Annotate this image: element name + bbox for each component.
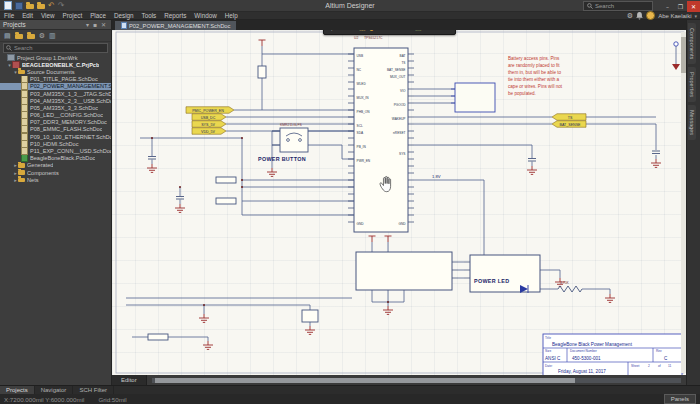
regulator-ic[interactable] [356, 252, 458, 290]
user-avatar[interactable] [646, 11, 655, 20]
menu-file[interactable]: File [0, 12, 18, 19]
notifications-bell-icon[interactable] [636, 12, 643, 20]
panels-button[interactable]: Panels [664, 394, 696, 404]
resistor-symbol[interactable] [216, 198, 236, 204]
panel-view-icon[interactable]: ▥ [49, 31, 56, 41]
panel-dropdown-icon[interactable]: ▾ [84, 21, 91, 28]
status-bar: X:7200.000mil Y:6000.000mil Grid:50mil P… [0, 394, 700, 404]
menu-edit[interactable]: Edit [18, 12, 37, 19]
save-icon[interactable] [15, 2, 23, 10]
port-bat-sense[interactable]: BAT_SENSE [552, 121, 586, 128]
open-icon[interactable] [26, 4, 34, 9]
tree-item-project[interactable]: ▾ BEAGLEBONEBLK_C.PrjPcb [0, 61, 111, 68]
power-port-icon[interactable]: ⊥ [395, 30, 401, 33]
tree-item-project-group[interactable]: Project Group 1.DsnWrk [0, 54, 111, 61]
svg-text:Size: Size [545, 349, 551, 353]
menu-place[interactable]: Place [86, 12, 110, 19]
tree-item-schdoc[interactable]: P01_TITLE_PAGE.SchDoc [0, 76, 111, 83]
horizontal-scrollbar[interactable] [152, 378, 681, 383]
tree-item-schdoc[interactable]: P04_AM335X_2_3__USB.SchDoc [0, 97, 111, 104]
arc-icon[interactable]: ◠ [444, 30, 450, 33]
tab-components[interactable]: Components [688, 23, 696, 64]
tree-item-schdoc[interactable]: P05_AM335X_3_3.SchDoc [0, 104, 111, 111]
tree-item-components[interactable]: ▸ Components [0, 169, 111, 176]
menu-window[interactable]: Window [190, 12, 220, 19]
close-button[interactable]: ✕ [687, 1, 700, 12]
text-string-icon[interactable]: A [435, 30, 440, 33]
resistor-symbol [558, 286, 582, 292]
menu-help[interactable]: Help [221, 12, 242, 19]
tree-item-generated[interactable]: ▸ Generated [0, 162, 111, 169]
pin-label: USB [357, 54, 364, 58]
no-erc-icon[interactable]: ⊗ [426, 30, 432, 33]
component-icon[interactable]: ◫ [359, 30, 366, 33]
port-vdd-5v[interactable]: VDD_5V [192, 128, 226, 135]
user-name[interactable]: Abe Kaelaiki [658, 13, 691, 19]
tree-item-schdoc[interactable]: P03_AM335X_1_3__JTAG.SchDoc [0, 90, 111, 97]
tree-item-schdoc-selected[interactable]: P02_POWER_MANAGEMENT.SchDoc [0, 83, 111, 90]
menu-view[interactable]: View [37, 12, 59, 19]
compile-icon[interactable]: ▤ [4, 31, 11, 41]
pin-label: PHB_ON [357, 110, 371, 114]
tree-item-source-documents[interactable]: ▾ Source Documents [0, 68, 111, 75]
power-button-switch[interactable]: KMR211GLFS [272, 123, 308, 152]
cursor-coordinates: X:7200.000mil Y:6000.000mil [4, 396, 84, 403]
user-menu-caret-icon[interactable]: ▾ [694, 13, 697, 19]
pmic-ic[interactable]: U2 TPS65217C USB NC WLED MUX_IN PHB_ON S… [348, 36, 414, 232]
global-search-input[interactable]: Search [583, 1, 653, 11]
tree-item-schdoc[interactable]: P08_EMMC_FLASH.SchDoc [0, 126, 111, 133]
tree-item-schdoc[interactable]: P11_EXP_CONN__USD.SchDoc [0, 147, 111, 154]
tree-item-nets[interactable]: ▸ Nets [0, 176, 111, 183]
menu-project[interactable]: Project [59, 12, 87, 19]
sheet-symbol-icon[interactable]: ▤ [415, 30, 422, 33]
document-tab[interactable]: P02_POWER_MANAGEMENT.SchDoc [115, 21, 236, 30]
polygon-icon[interactable]: ▱ [406, 30, 411, 33]
port-sys-5v[interactable]: SYS_5V [192, 121, 226, 128]
component-symbol[interactable] [302, 310, 318, 322]
tree-item-schdoc[interactable]: P07_DDR3_MEMORY.SchDoc [0, 119, 111, 126]
schematic-canvas[interactable]: U2 TPS65217C USB NC WLED MUX_IN PHB_ON S… [112, 30, 686, 375]
panel-settings-gear-icon[interactable]: ⚙ [39, 31, 45, 41]
ldo-ic[interactable] [464, 255, 540, 292]
wire-icon[interactable]: ∿ [377, 30, 383, 33]
new-document-icon[interactable] [4, 1, 12, 10]
harness-icon[interactable]: ▮ [370, 30, 374, 33]
tab-navigator[interactable]: Navigator [35, 386, 74, 394]
panel-close-icon[interactable]: ✕ [99, 21, 108, 28]
tab-sch-filter[interactable]: SCH Filter [73, 386, 114, 394]
tree-item-schdoc[interactable]: P09_10_100_ETHERNET.SchDoc [0, 133, 111, 140]
projects-search-input[interactable]: Search [3, 43, 108, 53]
filter-icon[interactable]: ▼ [329, 30, 334, 33]
tab-properties[interactable]: Properties [688, 67, 696, 102]
menu-reports[interactable]: Reports [160, 12, 190, 19]
open-project-icon[interactable] [37, 4, 45, 9]
maximize-button[interactable]: ❐ [674, 1, 687, 12]
settings-gear-icon[interactable]: ⚙ [627, 12, 633, 20]
open-folder-icon[interactable] [27, 34, 35, 39]
resistor-symbol[interactable] [216, 177, 236, 183]
tree-item-schdoc[interactable]: P06_LED__CONFIG.SchDoc [0, 112, 111, 119]
horizontal-scrollbar-thumb[interactable] [155, 378, 575, 383]
tab-projects[interactable]: Projects [0, 386, 35, 394]
port-pmic-power-en[interactable]: PMIC_POWER_EN [186, 107, 234, 114]
folder-icon [18, 178, 25, 183]
resistor-symbol[interactable] [148, 334, 168, 340]
tab-messages[interactable]: Messages [688, 105, 696, 140]
inductor-symbol[interactable] [258, 66, 266, 78]
selection-icon[interactable]: ▭ [348, 30, 355, 33]
redo-icon[interactable]: ↷ [58, 2, 65, 10]
tree-item-pcbdoc[interactable]: BeagleBoneBlack.PcbDoc [0, 155, 111, 162]
menu-design[interactable]: Design [110, 12, 138, 19]
port-ts[interactable]: TS [552, 114, 586, 121]
editor-tab[interactable]: Editor [112, 375, 147, 385]
port-usb-dc[interactable]: USB_DC [192, 114, 226, 121]
battery-header[interactable] [451, 83, 495, 112]
minimize-button[interactable]: – [661, 1, 674, 12]
menu-tools[interactable]: Tools [138, 12, 161, 19]
bus-icon[interactable]: ━ [387, 30, 391, 33]
tree-item-schdoc[interactable]: P10_HDMI.SchDoc [0, 140, 111, 147]
undo-icon[interactable]: ↶ [48, 2, 55, 10]
move-icon[interactable]: + [338, 30, 344, 33]
panel-pin-icon[interactable]: ▪ [91, 21, 99, 28]
add-folder-icon[interactable] [15, 34, 23, 39]
